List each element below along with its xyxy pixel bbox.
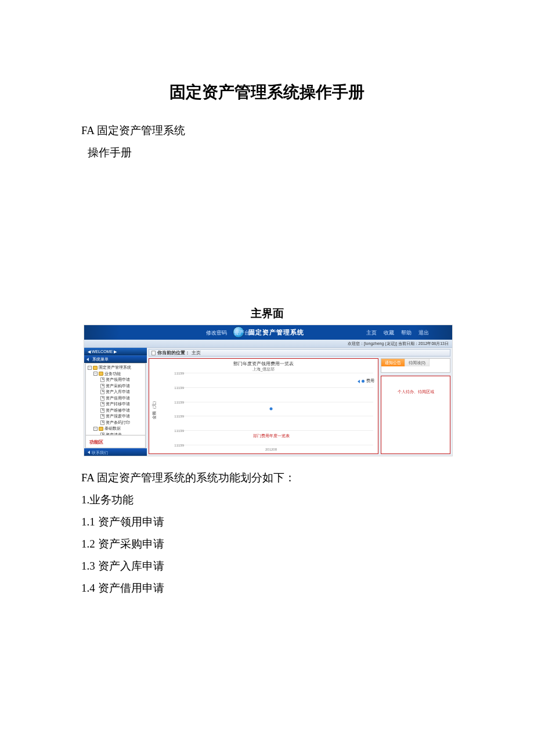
tree-node-biz[interactable]: −业务功能 (86, 371, 145, 377)
document-icon (100, 396, 104, 401)
doc-line-2: 操作手册 (81, 142, 453, 164)
tree-node-base[interactable]: −基础数据 (86, 426, 145, 432)
todo-placeholder-text: 个人待办、待阅区域 (398, 389, 434, 395)
chart-y-tick: 11139 (157, 429, 184, 433)
tree-leaf[interactable]: 资产入库申请 (86, 389, 145, 395)
chart-data-point (270, 408, 273, 411)
topnav-left: 修改密码 资产台账 (206, 330, 255, 337)
chart-y-tick: 11139 (157, 386, 184, 390)
doc-line-1: FA 固定资产管理系统 (81, 120, 453, 142)
notice-panel: 通知公告 待阅读(0) (381, 358, 450, 373)
below-intro: FA 固定资产管理系统的系统功能划分如下： (81, 467, 453, 489)
main-panel: 你当前的位置：主页 部门年度资产领用费用一览表 上海_信息部 费用 金额（元） … (147, 348, 452, 456)
section-main-ui: 主界面 (81, 306, 453, 321)
sidebar-section-sysmenu[interactable]: 系统菜单 (84, 355, 147, 363)
nav-home[interactable]: 主页 (366, 330, 377, 337)
folder-icon (99, 372, 103, 376)
tab-to-read[interactable]: 待阅读(0) (405, 359, 430, 366)
tree-leaf[interactable]: 资产采购申请 (86, 383, 145, 390)
folder-icon (93, 366, 98, 370)
tree-leaf[interactable]: 资产报废申请 (86, 413, 145, 420)
document-icon (100, 377, 104, 382)
tab-notice[interactable]: 通知公告 (381, 359, 405, 366)
minus-icon[interactable]: − (93, 427, 98, 431)
chart-y-tick: 11139 (157, 444, 184, 447)
app-product-name: 固定资产管理系统 (248, 328, 304, 337)
list-1-4: 1.4 资产借用申请 (81, 577, 453, 599)
tree-leaf[interactable]: 资产领用申请 (86, 377, 145, 383)
topnav-right: 主页 收藏 帮助 退出 (366, 330, 429, 337)
app-screenshot: 修改密码 资产台账 固定资产管理系统 主页 收藏 帮助 退出 欢迎您：[long… (84, 325, 453, 456)
chart-y-tick: 11139 (157, 401, 184, 404)
doc-title: 固定资产管理系统操作手册 (81, 81, 453, 103)
document-icon (100, 408, 104, 413)
breadcrumb: 你当前的位置：主页 (149, 349, 450, 357)
right-side-column: 通知公告 待阅读(0) 个人待办、待阅区域 (381, 358, 450, 454)
document-icon (100, 414, 104, 419)
list-1-2: 1.2 资产采购申请 (81, 533, 453, 555)
sidebar-bottom-link[interactable]: 联系我们 (84, 448, 147, 456)
todo-panel: 个人待办、待阅区域 (381, 376, 450, 454)
chart-title: 部门年度资产领用费用一览表 (149, 359, 378, 367)
chart-x-tick: 201208 (265, 448, 277, 451)
list-1-3: 1.3 资产入库申请 (81, 555, 453, 577)
document-icon (100, 384, 104, 388)
chart-y-tick: 11139 (157, 372, 184, 375)
sidebar-footer-label: 功能区 (85, 435, 146, 448)
document-icon (100, 420, 104, 425)
minus-icon[interactable]: − (88, 366, 92, 370)
chart-plot-area: 金额（元） 11139 11139 11139 11139 11139 1113… (169, 373, 373, 445)
tree-leaf[interactable]: 资产条码打印 (86, 420, 145, 426)
document-icon (100, 390, 104, 394)
chevron-left-icon (86, 358, 89, 361)
chart-bottom-label: 部门费用年度一览表 (253, 434, 290, 439)
nav-logout[interactable]: 退出 (418, 330, 429, 337)
nav-change-password[interactable]: 修改密码 (206, 330, 227, 337)
minus-icon[interactable]: − (93, 372, 98, 376)
chart-panel: 部门年度资产领用费用一览表 上海_信息部 费用 金额（元） 11139 1113… (149, 358, 378, 454)
sidebar: ◀ WELCOME ▶ 系统菜单 −固定资产管理系统 −业务功能 资产领用申请 … (84, 348, 147, 456)
chevron-left-icon (88, 451, 90, 454)
tree-leaf[interactable]: 资产借用申请 (86, 395, 145, 402)
app-statusbar: 欢迎您：[longzheng (龙证)] 当前日期：2012年08月13日 (84, 340, 452, 348)
chart-y-axis-label: 金额（元） (151, 399, 157, 419)
chart-y-tick: 11139 (157, 415, 184, 418)
nav-help[interactable]: 帮助 (401, 330, 412, 337)
folder-icon (99, 427, 103, 431)
tree-leaf[interactable]: 资产维修申请 (86, 408, 145, 414)
sidebar-tree: −固定资产管理系统 −业务功能 资产领用申请 资产采购申请 资产入库申请 资产借… (85, 363, 146, 435)
document-icon (100, 402, 104, 406)
location-icon (151, 351, 156, 355)
list-1: 1.业务功能 (81, 489, 453, 511)
nav-favorite[interactable]: 收藏 (384, 330, 394, 337)
tree-leaf[interactable]: 资产转移申请 (86, 401, 145, 408)
sidebar-welcome: ◀ WELCOME ▶ (84, 348, 147, 355)
list-1-1: 1.1 资产领用申请 (81, 511, 453, 533)
nav-asset-ledger[interactable]: 资产台账 (234, 330, 255, 337)
app-topbar: 修改密码 资产台账 固定资产管理系统 主页 收藏 帮助 退出 (84, 325, 452, 340)
tree-root[interactable]: −固定资产管理系统 (86, 365, 145, 371)
